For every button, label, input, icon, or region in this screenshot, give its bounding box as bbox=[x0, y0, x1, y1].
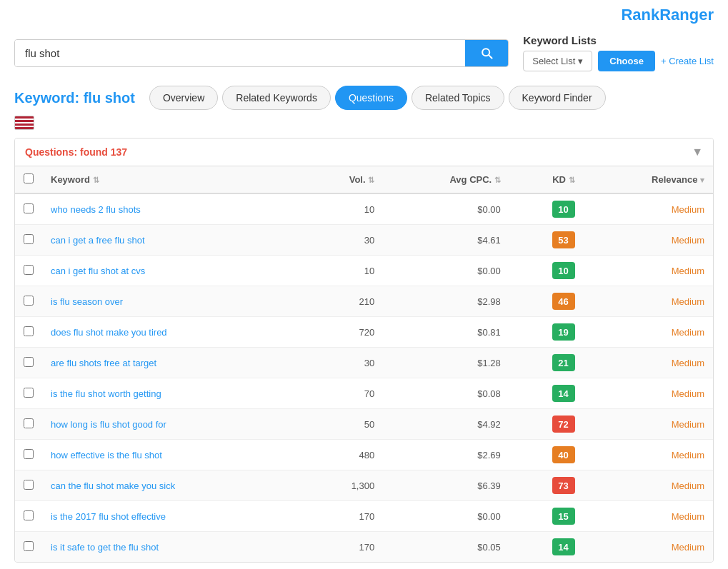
row-checkbox-cell bbox=[15, 409, 42, 440]
avgcpc-sort-icon: ⇅ bbox=[494, 176, 501, 184]
row-checkbox[interactable] bbox=[24, 480, 34, 490]
search-button[interactable] bbox=[465, 40, 508, 66]
tab-related-keywords[interactable]: Related Keywords bbox=[222, 86, 331, 110]
row-keyword[interactable]: is it safe to get the flu shot bbox=[42, 532, 304, 563]
select-list-button[interactable]: Select List ▾ bbox=[523, 51, 592, 71]
found-label: found bbox=[80, 146, 111, 158]
row-avg-cpc: $0.00 bbox=[383, 256, 509, 286]
row-vol: 170 bbox=[304, 501, 383, 532]
row-keyword[interactable]: who needs 2 flu shots bbox=[42, 193, 304, 225]
col-vol[interactable]: Vol. ⇅ bbox=[304, 166, 383, 193]
tab-related-topics[interactable]: Related Topics bbox=[412, 86, 504, 110]
row-checkbox-cell bbox=[15, 225, 42, 256]
row-vol: 30 bbox=[304, 348, 383, 378]
row-keyword[interactable]: is the 2017 flu shot effective bbox=[42, 501, 304, 532]
row-keyword[interactable]: can i get flu shot at cvs bbox=[42, 256, 304, 286]
row-checkbox[interactable] bbox=[24, 541, 34, 551]
create-list-link[interactable]: + Create List bbox=[661, 56, 714, 66]
kd-badge: 14 bbox=[552, 538, 575, 555]
kd-badge: 40 bbox=[552, 446, 575, 463]
logo-text-blue: Rank bbox=[621, 6, 659, 24]
row-keyword[interactable]: how effective is the flu shot bbox=[42, 440, 304, 470]
row-keyword[interactable]: are flu shots free at target bbox=[42, 348, 304, 378]
row-checkbox[interactable] bbox=[24, 265, 34, 275]
keyword-value: flu shot bbox=[84, 90, 135, 106]
row-kd: 46 bbox=[509, 286, 584, 317]
col-keyword[interactable]: Keyword ⇅ bbox=[42, 166, 304, 193]
navigation-tabs: Overview Related Keywords Questions Rela… bbox=[149, 86, 606, 110]
row-keyword[interactable]: how long is flu shot good for bbox=[42, 409, 304, 440]
row-avg-cpc: $0.81 bbox=[383, 317, 509, 348]
row-kd: 19 bbox=[509, 317, 584, 348]
search-box bbox=[14, 39, 509, 67]
row-checkbox[interactable] bbox=[24, 510, 34, 520]
row-relevance: Medium bbox=[584, 378, 713, 409]
select-all-checkbox[interactable] bbox=[24, 173, 34, 183]
row-kd: 72 bbox=[509, 409, 584, 440]
row-avg-cpc: $2.69 bbox=[383, 440, 509, 470]
row-checkbox-cell bbox=[15, 193, 42, 225]
row-avg-cpc: $6.39 bbox=[383, 470, 509, 501]
row-kd: 10 bbox=[509, 193, 584, 225]
row-keyword[interactable]: does flu shot make you tired bbox=[42, 317, 304, 348]
row-keyword[interactable]: is flu season over bbox=[42, 286, 304, 317]
row-checkbox[interactable] bbox=[24, 418, 34, 428]
row-avg-cpc: $0.00 bbox=[383, 501, 509, 532]
kd-badge: 15 bbox=[552, 508, 575, 525]
tab-questions[interactable]: Questions bbox=[335, 86, 407, 110]
row-keyword[interactable]: can i get a free flu shot bbox=[42, 225, 304, 256]
row-relevance: Medium bbox=[584, 193, 713, 225]
col-kd[interactable]: KD ⇅ bbox=[509, 166, 584, 193]
row-checkbox-cell bbox=[15, 378, 42, 409]
row-relevance: Medium bbox=[584, 470, 713, 501]
us-flag-icon[interactable] bbox=[14, 116, 34, 130]
keyword-lists-panel: Keyword Lists Select List ▾ Choose + Cre… bbox=[523, 34, 714, 71]
dropdown-arrow-icon: ▾ bbox=[578, 56, 583, 66]
row-checkbox[interactable] bbox=[24, 326, 34, 336]
col-kd-label: KD bbox=[552, 174, 566, 185]
table-row: can the flu shot make you sick 1,300 $6.… bbox=[15, 470, 713, 501]
col-relevance-label: Relevance bbox=[652, 174, 697, 185]
search-input[interactable] bbox=[15, 40, 465, 66]
table-row: how long is flu shot good for 50 $4.92 7… bbox=[15, 409, 713, 440]
tab-overview[interactable]: Overview bbox=[149, 86, 218, 110]
col-avgcpc-label: Avg CPC. bbox=[449, 174, 492, 185]
row-checkbox[interactable] bbox=[24, 203, 34, 213]
relevance-sort-icon: ▾ bbox=[700, 176, 704, 184]
row-kd: 15 bbox=[509, 501, 584, 532]
row-vol: 10 bbox=[304, 256, 383, 286]
select-all-header bbox=[15, 166, 42, 193]
row-checkbox[interactable] bbox=[24, 234, 34, 244]
questions-table-container: Questions: found 137 ▼ Keyword ⇅ Vol. ⇅ bbox=[14, 138, 714, 563]
keyword-title: Keyword: flu shot bbox=[14, 90, 135, 106]
col-avg-cpc[interactable]: Avg CPC. ⇅ bbox=[383, 166, 509, 193]
choose-button[interactable]: Choose bbox=[598, 51, 655, 71]
row-relevance: Medium bbox=[584, 348, 713, 378]
row-checkbox-cell bbox=[15, 256, 42, 286]
kd-badge: 10 bbox=[552, 201, 575, 218]
row-checkbox[interactable] bbox=[24, 388, 34, 398]
col-relevance[interactable]: Relevance ▾ bbox=[584, 166, 713, 193]
row-checkbox[interactable] bbox=[24, 296, 34, 306]
row-relevance: Medium bbox=[584, 440, 713, 470]
table-row: are flu shots free at target 30 $1.28 21… bbox=[15, 348, 713, 378]
row-vol: 170 bbox=[304, 532, 383, 563]
row-relevance: Medium bbox=[584, 317, 713, 348]
tab-keyword-finder[interactable]: Keyword Finder bbox=[509, 86, 606, 110]
row-kd: 53 bbox=[509, 225, 584, 256]
row-vol: 30 bbox=[304, 225, 383, 256]
filter-icon[interactable]: ▼ bbox=[692, 146, 703, 158]
row-avg-cpc: $2.98 bbox=[383, 286, 509, 317]
row-checkbox-cell bbox=[15, 470, 42, 501]
row-kd: 73 bbox=[509, 470, 584, 501]
row-checkbox[interactable] bbox=[24, 357, 34, 367]
keyword-title-row: Keyword: flu shot Overview Related Keywo… bbox=[0, 79, 728, 113]
row-keyword[interactable]: can the flu shot make you sick bbox=[42, 470, 304, 501]
row-keyword[interactable]: is the flu shot worth getting bbox=[42, 378, 304, 409]
row-checkbox[interactable] bbox=[24, 449, 34, 459]
row-relevance: Medium bbox=[584, 409, 713, 440]
kd-badge: 14 bbox=[552, 385, 575, 402]
row-kd: 14 bbox=[509, 532, 584, 563]
row-avg-cpc: $0.08 bbox=[383, 378, 509, 409]
row-vol: 1,300 bbox=[304, 470, 383, 501]
